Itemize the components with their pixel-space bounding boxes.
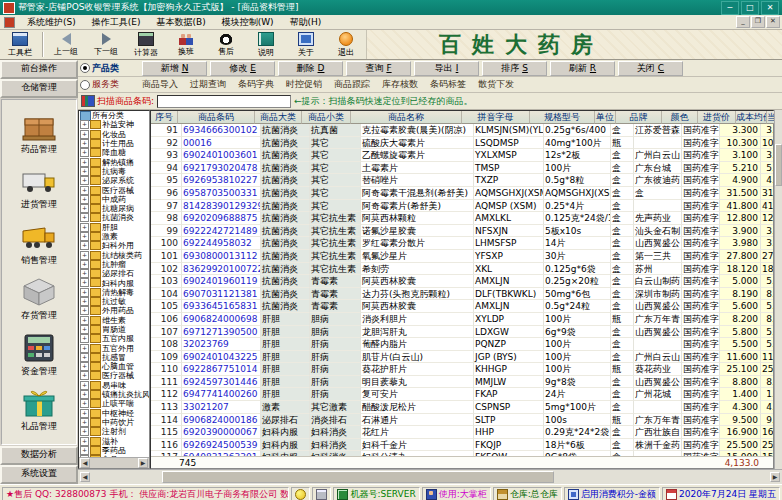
tree-horizontal-scrollbar[interactable]: ◀ ▶ <box>79 457 149 468</box>
vertical-scroll-thumb[interactable] <box>775 144 782 186</box>
sidebar-tab-front-operations[interactable]: 前台操作 <box>0 60 78 79</box>
sidebar-module-销售管理[interactable]: 销售管理 <box>21 222 57 267</box>
table-row[interactable]: 916934666300102抗菌消炎抗真菌克拉霉素胶囊(晨美)(阴凉)KLMS… <box>151 124 773 137</box>
sidebar-tab-warehouse[interactable]: 仓储管理 <box>0 79 78 98</box>
menu-item-4[interactable]: 帮助(H) <box>282 16 330 29</box>
sidebar-module-资金管理[interactable]: 资金管理 <box>21 333 57 378</box>
column-header-颜色[interactable]: 颜色 <box>662 111 698 124</box>
table-row[interactable]: 1156920390000067妇科内服妇科消炎花红片HHP0.29克*24*2… <box>151 426 773 439</box>
menu-item-1[interactable]: 操作工具(E) <box>84 16 149 29</box>
mdi-minimize-button[interactable]: _ <box>736 16 750 28</box>
tool-link-条码标签[interactable]: 条码标签 <box>430 78 466 91</box>
menu-item-2[interactable]: 基本数据(B) <box>148 16 213 29</box>
action-button-关闭[interactable]: 关闭C <box>618 61 683 76</box>
toolbar-button-退出[interactable]: 退出 <box>326 30 366 59</box>
action-button-刷新[interactable]: 刷新R <box>550 61 615 76</box>
table-row[interactable]: 1076971271390500肝胆胆病龙胆泻肝丸LDXGW6g*9袋盒山西翼盛… <box>151 326 773 339</box>
table-row[interactable]: 966958703500331抗菌消炎其它阿奇霉素干混悬剂(希舒美)AQMSGH… <box>151 187 773 200</box>
table-row[interactable]: 936902401003601抗菌消炎其它乙酰螺旋霉素片YXLXMSP12s*2… <box>151 149 773 162</box>
sidebar-module-存货管理[interactable]: 存货管理 <box>21 277 57 322</box>
cell-进货价: 3.980 <box>720 237 761 250</box>
toolbar-button-下一组[interactable]: 下一组 <box>86 30 126 59</box>
toolbar-button-说明[interactable]: 说明 <box>246 30 286 59</box>
column-header-成本均价[interactable]: 成本均价 <box>736 111 767 124</box>
mdi-close-button[interactable]: ✕ <box>766 16 780 28</box>
table-row[interactable]: 996922242721489抗菌消炎其它抗生素诺氟沙星胶囊NFSXJN5板x1… <box>151 225 773 238</box>
scroll-left-icon[interactable]: ◀ <box>80 458 90 468</box>
table-vertical-scrollbar[interactable] <box>774 110 782 469</box>
action-button-删除[interactable]: 删除D <box>278 61 343 76</box>
column-header-品牌[interactable]: 品牌 <box>616 111 662 124</box>
table-row[interactable]: 9200016抗菌消炎其它硫酸庆大霉素片LSQDMSP40mg*100片瓶国药准… <box>151 137 773 150</box>
column-header-拼音字母[interactable]: 拼音字母 <box>462 111 530 124</box>
sidebar-module-进货管理[interactable]: 进货管理 <box>21 166 57 211</box>
table-row[interactable]: 1166926924500539妇科内服妇科消炎妇科千金片FKQJP18片*6板… <box>151 439 773 452</box>
table-row[interactable]: 1116924597301446肝胆肝病明目蒺藜丸MMJLW9g*8袋盒山西翼盛… <box>151 376 773 389</box>
column-header-进货价[interactable]: 进货价 <box>698 111 736 124</box>
toolbar-button-售后[interactable]: 售后 <box>206 30 246 59</box>
table-row[interactable]: 1036902401960119抗菌消炎青霉素阿莫西林胶囊AMXLJN0.25g… <box>151 275 773 288</box>
horizontal-scroll-thumb[interactable] <box>162 471 554 483</box>
table-row[interactable]: 1046907031121381抗菌消炎青霉素达力芬(头孢克肟颗粒)DLF(TB… <box>151 288 773 301</box>
minimize-button[interactable]: ─ <box>721 1 739 15</box>
table-row[interactable]: 1126947741400260肝胆肝病复可安片FKAP24片盒广州花城国药准字… <box>151 388 773 401</box>
column-header-序号[interactable]: 序号 <box>151 111 178 124</box>
tool-link-过期查询[interactable]: 过期查询 <box>190 78 226 91</box>
menu-item-0[interactable]: 系统维护(S) <box>19 16 84 29</box>
toolbar-button-label: 关于 <box>298 47 314 58</box>
tool-link-商品导入[interactable]: 商品导入 <box>142 78 178 91</box>
table-row[interactable]: 986920209688875抗菌消炎其它抗生素阿莫西林颗粒AMXLKL0.12… <box>151 212 773 225</box>
toolbar-button-关于[interactable]: 关于 <box>286 30 326 59</box>
table-row[interactable]: 102836299201007229822抗菌消炎其它抗生素希刻劳XKL0.12… <box>151 263 773 276</box>
action-button-修改[interactable]: 修改E <box>210 61 275 76</box>
action-button-导出[interactable]: 导出I <box>414 61 479 76</box>
column-header-商品小类[interactable]: 商品小类 <box>302 111 351 124</box>
sidebar-tab-data-analysis[interactable]: 数据分析 <box>0 446 78 465</box>
cargo-box-icon <box>21 111 57 141</box>
tool-link-时控促销[interactable]: 时控促销 <box>286 78 322 91</box>
radio-product-type[interactable]: 产品类 <box>78 62 142 75</box>
scroll-right-icon[interactable]: ▶ <box>770 472 780 482</box>
scan-barcode-input[interactable] <box>157 95 291 108</box>
toolbar-button-上一组[interactable]: 上一组 <box>46 30 86 59</box>
table-row[interactable]: 97814283901293291387抗菌消炎其它阿奇霉素片(希舒美)AQMS… <box>151 200 773 213</box>
table-row[interactable]: 946921793020478抗菌消炎其它土霉素片TMSP100片盒广东台城国药… <box>151 162 773 175</box>
table-row[interactable]: 1096902401043225肝胆肝病肌苷片(白云山)JGP (BYS)100… <box>151 351 773 364</box>
table-row[interactable]: 956926953810227抗菌消炎其它替硝唑片TXZP0.5g*8粒盒广东彼… <box>151 174 773 187</box>
action-button-新增[interactable]: 新增N <box>142 61 207 76</box>
table-row[interactable]: 10832023769肝胆肝病葡醛内脂片PQNZP100片盒国药准字5.5005… <box>151 338 773 351</box>
scroll-right-icon[interactable]: ▶ <box>138 458 148 468</box>
sidebar-tab-system-settings[interactable]: 系统设置 <box>0 465 78 484</box>
column-header-商品大类[interactable]: 商品大类 <box>255 111 302 124</box>
sidebar-module-礼品管理[interactable]: 礼品管理 <box>21 388 57 433</box>
tool-link-散货下发[interactable]: 散货下发 <box>478 78 514 91</box>
toolbar-button-工具栏[interactable]: 工具栏 <box>0 30 40 59</box>
column-header-商品条码[interactable]: 商品条码 <box>178 111 255 124</box>
mdi-restore-button[interactable]: ❐ <box>751 16 765 28</box>
table-horizontal-scrollbar[interactable]: ◀ ▶ <box>78 469 782 484</box>
table-row[interactable]: 1146906824000186泌尿排石消炎排石石淋通片SLTP100s瓶广东万… <box>151 414 773 427</box>
maximize-button[interactable]: □ <box>741 1 759 15</box>
table-row[interactable]: 100692244958032抗菌消炎其它抗生素罗红霉素分散片LHMSFSP14… <box>151 237 773 250</box>
table-row[interactable]: 1016930800013112抗菌消炎其它抗生素氧氟沙星片YFSXP30片盒第… <box>151 250 773 263</box>
close-button[interactable]: ✕ <box>761 1 779 15</box>
table-row[interactable]: 1066906824000698肝胆胆病消炎利胆片XYLDP100片瓶广东万年青… <box>151 313 773 326</box>
cell-规格型号: 0.29克*24*2袋 <box>544 426 611 439</box>
column-header-规格型号[interactable]: 规格型号 <box>530 111 595 124</box>
tool-link-库存核数[interactable]: 库存核数 <box>382 78 418 91</box>
radio-service-type[interactable]: 服务类 <box>78 78 142 91</box>
action-button-排序[interactable]: 排序S <box>482 61 547 76</box>
table-row[interactable]: 1056933645165831抗菌消炎青霉素阿莫西林胶囊AMXLJN0.5g*… <box>151 300 773 313</box>
tool-link-商品跟踪[interactable]: 商品跟踪 <box>334 78 370 91</box>
toolbar-button-计算器[interactable]: 计算器 <box>126 30 166 59</box>
scroll-left-icon[interactable]: ◀ <box>80 472 90 482</box>
action-button-查询[interactable]: 查询F <box>346 61 411 76</box>
column-header-商品名称[interactable]: 商品名称 <box>351 111 462 124</box>
column-header-单位[interactable]: 单位 <box>595 111 616 124</box>
toolbar-button-换班[interactable]: 换班 <box>166 30 206 59</box>
tool-link-条码字典[interactable]: 条码字典 <box>238 78 274 91</box>
table-row[interactable]: 11333021207激素其它激素醋酸泼尼松片CSPNSP5mg*100片盒国药… <box>151 401 773 414</box>
menu-item-3[interactable]: 模块控制(W) <box>214 16 282 29</box>
sidebar-module-药品管理[interactable]: 药品管理 <box>21 111 57 156</box>
table-row[interactable]: 1106922867751014肝胆肝病葵花护肝片KHHGP100片瓶葵花药业国… <box>151 363 773 376</box>
